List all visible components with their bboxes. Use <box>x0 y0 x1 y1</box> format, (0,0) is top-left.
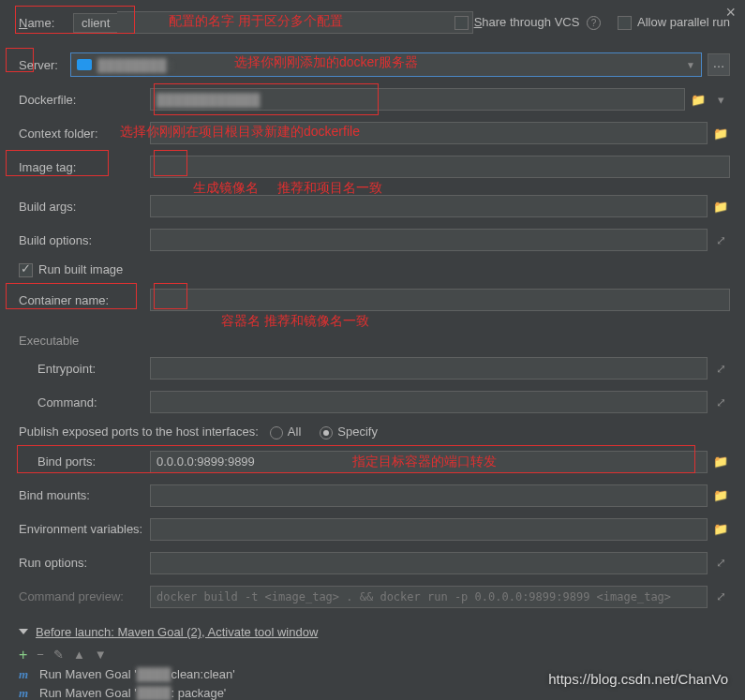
buildopts-input[interactable] <box>150 229 708 251</box>
annotation-box <box>154 83 379 115</box>
annotation-box <box>154 283 187 309</box>
command-label: Command: <box>37 395 150 410</box>
folder-icon[interactable]: 📁 <box>711 124 730 142</box>
maven-icon: m <box>19 686 34 700</box>
dockerfile-label: Dockerfile: <box>19 93 150 107</box>
annotation-text: 配置的名字 用于区分多个配置 <box>169 13 343 30</box>
expand-icon[interactable]: ⤢ <box>711 554 730 573</box>
server-browse-button[interactable]: … <box>708 53 730 76</box>
annotation-box <box>6 150 109 176</box>
cmdpreview-label: Command preview: <box>19 589 150 603</box>
publish-label: Publish exposed ports to the host interf… <box>19 424 259 439</box>
executable-section: Executable <box>19 334 730 348</box>
maven-goal-2[interactable]: m Run Maven Goal '████: package' <box>19 686 730 700</box>
maven-icon: m <box>19 667 34 682</box>
help-icon[interactable]: ? <box>587 16 601 30</box>
add-button[interactable]: + <box>19 647 27 663</box>
annotation-text: 选择你刚刚添加的docker服务器 <box>234 54 418 71</box>
remove-button[interactable]: − <box>37 648 44 662</box>
radio-specify[interactable]: Specify <box>320 424 378 439</box>
folder-icon[interactable]: 📁 <box>711 197 730 216</box>
watermark: https://blog.csdn.net/ChanVo <box>548 671 728 687</box>
bindmounts-input[interactable] <box>150 484 708 507</box>
bindmounts-label: Bind mounts: <box>19 488 150 502</box>
folder-icon[interactable]: 📁 <box>711 520 730 539</box>
expand-icon[interactable]: ⤢ <box>711 359 730 378</box>
folder-icon[interactable]: 📁 <box>689 90 708 109</box>
annotation-box <box>6 283 137 309</box>
entrypoint-label: Entrypoint: <box>37 362 150 376</box>
command-input[interactable] <box>150 391 708 413</box>
edit-button[interactable]: ✎ <box>53 648 64 662</box>
annotation-text: 容器名 推荐和镜像名一致 <box>221 313 369 330</box>
runopts-input[interactable] <box>150 552 708 574</box>
share-vcs-checkbox[interactable]: Share through VCS ? <box>454 15 601 30</box>
runbuilt-checkbox[interactable]: Run built image <box>19 262 123 277</box>
radio-all[interactable]: All <box>270 424 301 439</box>
before-launch-section[interactable]: Before launch: Maven Goal (2), Activate … <box>19 625 730 639</box>
down-button[interactable]: ▼ <box>95 648 107 662</box>
expand-icon[interactable]: ⤢ <box>711 231 730 249</box>
buildargs-label: Build args: <box>19 200 150 214</box>
container-input[interactable] <box>150 289 730 311</box>
docker-icon <box>77 59 92 70</box>
allow-parallel-checkbox[interactable]: Allow parallel run <box>618 15 730 30</box>
envvars-label: Environment variables: <box>19 522 150 536</box>
buildargs-input[interactable] <box>150 195 708 217</box>
entrypoint-input[interactable] <box>150 357 708 380</box>
chevron-down-icon: ▼ <box>686 60 695 70</box>
annotation-box <box>6 48 34 72</box>
chevron-down-icon[interactable]: ▾ <box>711 90 730 109</box>
up-button[interactable]: ▲ <box>73 648 85 662</box>
annotation-box <box>154 150 187 176</box>
cmdpreview-field: docker build -t <image_tag> . && docker … <box>150 586 708 608</box>
folder-icon[interactable]: 📁 <box>711 486 730 505</box>
chevron-down-icon <box>19 629 28 634</box>
server-value: ████████ : <box>97 58 173 72</box>
annotation-text: 选择你刚刚在项目根目录新建的dockerfile <box>120 124 360 141</box>
expand-icon[interactable]: ⤢ <box>711 393 730 411</box>
annotation-text: 指定目标容器的端口转发 <box>352 454 497 470</box>
expand-icon[interactable]: ⤢ <box>711 588 730 606</box>
imagetag-input[interactable] <box>150 156 730 178</box>
folder-icon[interactable]: 📁 <box>711 453 730 471</box>
annotation-box <box>15 6 135 34</box>
before-launch-label: Before launch: Maven Goal (2), Activate … <box>36 625 318 639</box>
buildopts-label: Build options: <box>19 233 150 247</box>
envvars-input[interactable] <box>150 518 708 541</box>
runopts-label: Run options: <box>19 556 150 570</box>
